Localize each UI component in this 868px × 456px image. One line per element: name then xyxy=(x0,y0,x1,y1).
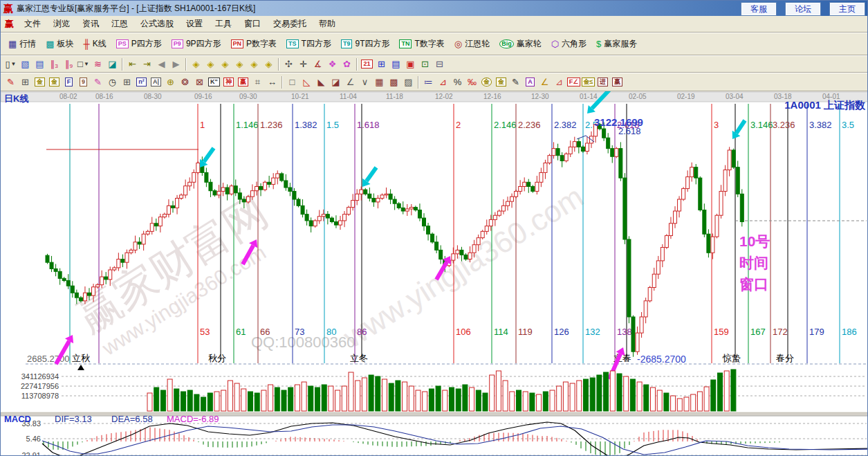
winner-service-button[interactable]: $赢家服务 xyxy=(591,36,642,53)
quotes-button[interactable]: ▦行情 xyxy=(3,36,41,53)
winner-wheel-button[interactable]: Big赢家轮 xyxy=(495,36,546,53)
gold-grid-icon[interactable]: 金 xyxy=(33,75,47,89)
gann-diamond-all-icon[interactable]: ◈ xyxy=(261,57,276,71)
pan-hand-icon[interactable]: ✣ xyxy=(281,57,296,71)
gold-line-icon[interactable]: 金 xyxy=(494,75,508,89)
chart-canvas[interactable]: 08-0208-1608-3009-1609-3010-2111-0411-18… xyxy=(1,91,868,456)
menu-item-4[interactable]: 公式选股 xyxy=(134,16,180,32)
save-icon[interactable]: ▣ xyxy=(403,57,418,71)
square-wheel-icon[interactable]: ⊠ xyxy=(192,75,207,89)
gold-angle-icon[interactable]: ∠ xyxy=(537,75,552,89)
nav-first-button[interactable]: ⇤ xyxy=(125,57,140,71)
angle-measure-icon[interactable]: ∡ xyxy=(311,57,325,71)
ying-angle-icon[interactable]: 赢 xyxy=(610,75,625,89)
price-pen-icon[interactable]: ✎ xyxy=(508,75,523,89)
crosshair-icon[interactable]: ✛ xyxy=(296,57,311,71)
percent-icon[interactable]: % xyxy=(450,75,465,89)
box-fan-icon[interactable]: ◪ xyxy=(329,75,343,89)
ruler-123-icon[interactable]: ⌗ xyxy=(250,75,265,89)
gann-fan-icon[interactable]: ◣ xyxy=(314,75,329,89)
print-icon[interactable]: ⊟ xyxy=(432,57,447,71)
menu-item-6[interactable]: 工具 xyxy=(209,16,238,32)
hexagon-button[interactable]: ⬡六角形 xyxy=(546,36,591,53)
diag-lines-icon[interactable]: ▨ xyxy=(401,75,416,89)
window-box-icon[interactable]: □ xyxy=(285,75,299,89)
home-button[interactable]: 主页 xyxy=(830,3,865,15)
grid-tool-icon[interactable]: ⊞ xyxy=(18,75,33,89)
candle-tool-dropdown[interactable]: □▼ xyxy=(76,57,91,71)
stat-chart-icon[interactable]: ◪ xyxy=(105,57,120,71)
a-line-icon[interactable]: A| xyxy=(149,75,163,89)
bars-9-icon[interactable]: ∥₉ xyxy=(62,57,76,71)
ying-grid-icon[interactable]: 赢 xyxy=(236,75,250,89)
bars-3-icon[interactable]: ∥₃ xyxy=(47,57,62,71)
clipboard-icon[interactable]: ▤ xyxy=(33,57,47,71)
menu-item-3[interactable]: 江恩 xyxy=(105,16,134,32)
menu-item-8[interactable]: 交易委托 xyxy=(267,16,313,32)
percent-line-icon[interactable]: ‰ xyxy=(465,75,479,89)
gann-box-icon[interactable]: ❖ xyxy=(325,57,340,71)
menu-item-9[interactable]: 帮助 xyxy=(313,16,342,32)
gold-circle-icon[interactable]: 金 xyxy=(479,75,494,89)
k-mark-icon[interactable]: K" xyxy=(207,75,221,89)
menu-item-7[interactable]: 窗口 xyxy=(238,16,267,32)
wheel-icon[interactable]: ❂ xyxy=(178,75,192,89)
export-icon[interactable]: ⊡ xyxy=(418,57,432,71)
p9-square-button[interactable]: P99P四方形 xyxy=(167,36,226,53)
clock-cycle-icon[interactable]: ◷ xyxy=(105,75,120,89)
gann-diamond-left-icon[interactable]: ◈ xyxy=(189,57,203,71)
compass-icon[interactable]: ⊕ xyxy=(163,75,178,89)
p-number-table-button[interactable]: PNP数字表 xyxy=(226,36,282,53)
calculator-icon[interactable]: ⊞ xyxy=(374,57,389,71)
menu-item-0[interactable]: 文件 xyxy=(18,16,47,32)
gann-web-icon[interactable]: ✿ xyxy=(340,57,354,71)
f-grid-icon[interactable]: F xyxy=(62,75,76,89)
candle-body xyxy=(472,245,476,253)
hash-grid-icon[interactable]: ⊞ xyxy=(120,75,134,89)
nav-last-button[interactable]: ⇥ xyxy=(140,57,154,71)
h-span-icon[interactable]: ↔ xyxy=(265,75,279,89)
n-square-icon[interactable]: n² xyxy=(134,75,149,89)
gann-diamond-right-icon[interactable]: ◈ xyxy=(203,57,218,71)
menu-item-5[interactable]: 设置 xyxy=(180,16,209,32)
t-square-button[interactable]: TST四方形 xyxy=(281,36,336,53)
angle-line-icon[interactable]: ∠ xyxy=(343,75,358,89)
gann-diamond-star-icon[interactable]: ◈ xyxy=(247,57,261,71)
v-line-icon[interactable]: ∨ xyxy=(358,75,372,89)
gann-diamond-x-icon[interactable]: ◈ xyxy=(232,57,247,71)
j-angle-icon[interactable]: ⊿ xyxy=(552,75,566,89)
spiral-9-icon[interactable]: 9 xyxy=(76,75,91,89)
gold-grid2-icon[interactable]: 金 xyxy=(47,75,62,89)
pattern-tool-icon[interactable]: ▧ xyxy=(18,57,33,71)
nav-next-button[interactable]: ▶ xyxy=(169,57,183,71)
t9-square-button[interactable]: T99T四方形 xyxy=(336,36,395,53)
customer-service-button[interactable]: 客服 xyxy=(741,3,776,15)
volume-bar xyxy=(376,376,380,411)
kline-button[interactable]: ╫K线 xyxy=(79,36,111,53)
p-square-button[interactable]: PSP四方形 xyxy=(111,36,167,53)
chart-style-dropdown[interactable]: ▯▼ xyxy=(3,57,18,71)
t-number-table-button[interactable]: TNT数字表 xyxy=(394,36,449,53)
notepad-icon[interactable]: ▤ xyxy=(389,57,403,71)
nav-prev-button[interactable]: ◀ xyxy=(154,57,169,71)
sectors-button[interactable]: ▩板块 xyxy=(41,36,78,53)
shen-grid-icon[interactable]: 神 xyxy=(221,75,236,89)
draw-pen2-icon[interactable]: ✎ xyxy=(91,75,105,89)
gann-wheel-button[interactable]: ◎江恩轮 xyxy=(450,36,495,53)
draw-pen-icon[interactable]: ✎ xyxy=(3,75,18,89)
menu-item-1[interactable]: 浏览 xyxy=(47,16,76,32)
big-grid-icon[interactable]: ▦ xyxy=(372,75,387,89)
angle-percent-icon[interactable]: ⊿ xyxy=(436,75,450,89)
calendar-icon[interactable]: 21 xyxy=(360,57,374,71)
f-angle-icon[interactable]: F∠ xyxy=(566,75,581,89)
a-fan-icon[interactable]: A xyxy=(523,75,537,89)
forum-button[interactable]: 论坛 xyxy=(786,3,820,15)
gann-rays-icon[interactable]: ◺ xyxy=(299,75,314,89)
price-scale-icon[interactable]: ≔ xyxy=(421,75,436,89)
jin-angle-icon[interactable]: 进 xyxy=(595,75,610,89)
menu-item-2[interactable]: 资讯 xyxy=(76,16,105,32)
big-grid2-icon[interactable]: ▩ xyxy=(387,75,401,89)
gann-diamond-h-icon[interactable]: ◈ xyxy=(218,57,232,71)
gold-lines-icon[interactable]: 金≤ xyxy=(581,75,595,89)
zigzag-icon[interactable]: ≋ xyxy=(91,57,105,71)
